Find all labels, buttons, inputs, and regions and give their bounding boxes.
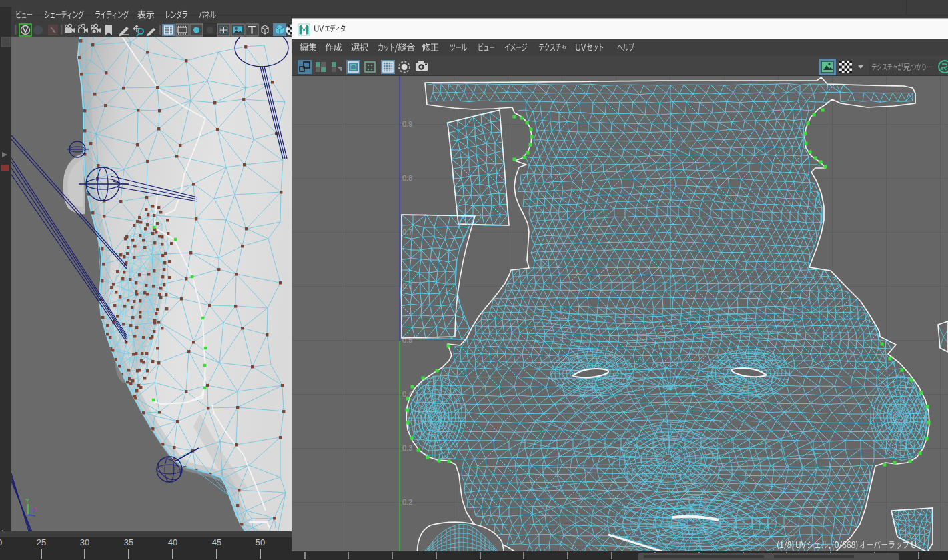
svg-text:X: X [33, 506, 37, 512]
svg-text:Y: Y [25, 497, 29, 504]
svg-text:50: 50 [256, 537, 265, 547]
svg-text:45: 45 [212, 537, 221, 547]
svg-text:35: 35 [124, 537, 133, 547]
svg-text:25: 25 [37, 537, 46, 547]
svg-text:0.8: 0.8 [402, 174, 412, 182]
svg-text:0.9: 0.9 [402, 120, 412, 128]
svg-text:0.3: 0.3 [402, 444, 412, 452]
svg-text:0.5: 0.5 [402, 336, 412, 344]
svg-text:0.2: 0.2 [402, 498, 412, 506]
svg-text:20: 20 [0, 537, 2, 547]
svg-text:40: 40 [168, 537, 177, 547]
svg-text:30: 30 [80, 537, 89, 547]
